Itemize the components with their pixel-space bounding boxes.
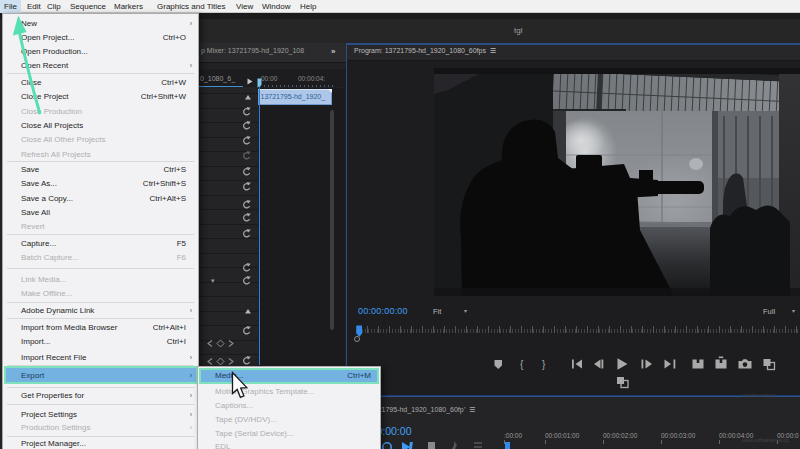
svg-text:}: } [542,359,546,370]
svg-text:{: { [520,359,524,370]
